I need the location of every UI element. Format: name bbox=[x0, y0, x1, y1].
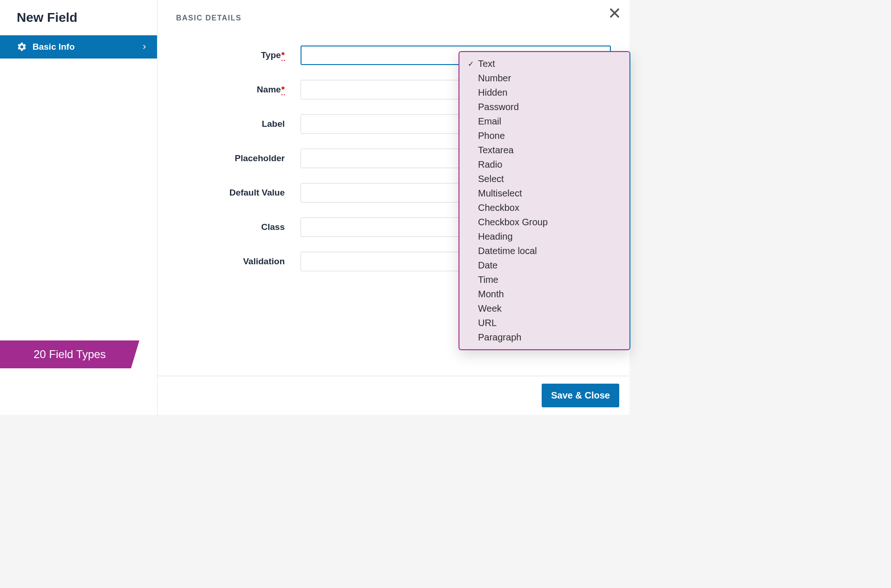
chevron-right-icon bbox=[141, 44, 148, 50]
sidebar: New Field Basic Info 20 Field Types bbox=[0, 0, 157, 415]
dropdown-option-label: Week bbox=[478, 303, 502, 314]
label-class: Class bbox=[176, 222, 301, 232]
close-button[interactable] bbox=[608, 7, 621, 20]
dropdown-option-label: Textarea bbox=[478, 145, 514, 156]
dropdown-option[interactable]: Week bbox=[459, 301, 629, 316]
label-name: Name* bbox=[176, 85, 301, 95]
dropdown-option-label: Checkbox bbox=[478, 203, 519, 213]
dropdown-option[interactable]: Checkbox Group bbox=[459, 215, 629, 229]
gear-icon bbox=[17, 42, 27, 52]
dropdown-option[interactable]: Paragraph bbox=[459, 330, 629, 345]
dropdown-option-label: Select bbox=[478, 174, 504, 184]
dropdown-option[interactable]: Number bbox=[459, 71, 629, 85]
dropdown-option[interactable]: Month bbox=[459, 287, 629, 301]
dropdown-option-label: Datetime local bbox=[478, 246, 537, 256]
dropdown-option[interactable]: Textarea bbox=[459, 143, 629, 157]
dropdown-option-label: Phone bbox=[478, 131, 505, 141]
save-close-button[interactable]: Save & Close bbox=[542, 384, 619, 407]
dropdown-option-label: Paragraph bbox=[478, 332, 521, 343]
dropdown-option[interactable]: Radio bbox=[459, 157, 629, 172]
sidebar-item-label: Basic Info bbox=[33, 42, 75, 52]
dropdown-option[interactable]: Email bbox=[459, 114, 629, 129]
label-placeholder: Placeholder bbox=[176, 153, 301, 163]
label-label: Label bbox=[176, 119, 301, 129]
dropdown-option[interactable]: Checkbox bbox=[459, 201, 629, 215]
dropdown-option-label: Email bbox=[478, 116, 501, 127]
dropdown-option-label: Password bbox=[478, 102, 519, 112]
dropdown-option-label: Multiselect bbox=[478, 188, 522, 199]
dropdown-option[interactable]: Select bbox=[459, 172, 629, 186]
label-validation: Validation bbox=[176, 256, 301, 267]
page-title: New Field bbox=[0, 0, 157, 35]
dropdown-option-label: Hidden bbox=[478, 87, 507, 98]
dropdown-option-label: Checkbox Group bbox=[478, 217, 548, 228]
dropdown-option[interactable]: Date bbox=[459, 258, 629, 273]
app-window: New Field Basic Info 20 Field Types BASI… bbox=[0, 0, 629, 415]
label-type: Type* bbox=[176, 50, 301, 60]
dropdown-option-label: URL bbox=[478, 318, 497, 328]
dropdown-option-label: Text bbox=[478, 59, 495, 69]
dropdown-option-label: Radio bbox=[478, 159, 502, 170]
dropdown-option-label: Time bbox=[478, 274, 498, 285]
dropdown-option[interactable]: Phone bbox=[459, 129, 629, 143]
footer: Save & Close bbox=[157, 376, 629, 415]
dropdown-option[interactable]: Password bbox=[459, 100, 629, 114]
sidebar-item-basic-info[interactable]: Basic Info bbox=[0, 35, 157, 59]
dropdown-option[interactable]: Hidden bbox=[459, 85, 629, 100]
dropdown-option-label: Date bbox=[478, 260, 498, 271]
dropdown-option-label: Month bbox=[478, 289, 504, 300]
dropdown-option[interactable]: URL bbox=[459, 316, 629, 330]
field-types-badge: 20 Field Types bbox=[0, 340, 139, 368]
dropdown-option[interactable]: Multiselect bbox=[459, 186, 629, 201]
label-default-value: Default Value bbox=[176, 188, 301, 198]
main-panel: BASIC DETAILS Type* Name* Label Placehol… bbox=[157, 0, 629, 415]
dropdown-option-label: Heading bbox=[478, 231, 513, 242]
type-dropdown[interactable]: ✓TextNumberHiddenPasswordEmailPhoneTexta… bbox=[459, 51, 630, 350]
dropdown-option[interactable]: Time bbox=[459, 273, 629, 287]
section-heading: BASIC DETAILS bbox=[176, 14, 611, 22]
dropdown-option[interactable]: Heading bbox=[459, 229, 629, 244]
dropdown-option[interactable]: Datetime local bbox=[459, 244, 629, 258]
dropdown-option[interactable]: ✓Text bbox=[459, 57, 629, 71]
check-icon: ✓ bbox=[468, 59, 478, 68]
dropdown-option-label: Number bbox=[478, 73, 511, 84]
